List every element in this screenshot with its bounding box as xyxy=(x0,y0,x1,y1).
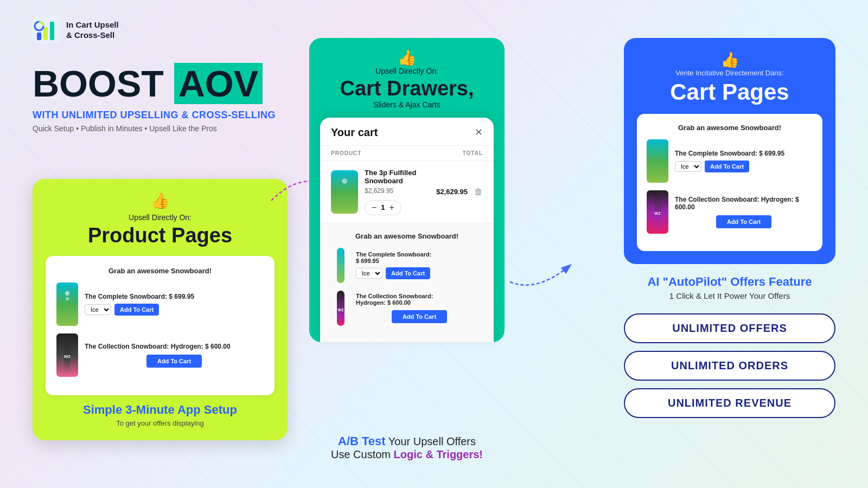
logic-part1: Use Custom xyxy=(331,448,394,460)
cart-drawer-title: Cart Drawers, xyxy=(320,78,494,100)
cart-pages-snowboard-2: WZ xyxy=(647,190,668,234)
cart-pages-inner-title: Grab an awesome Snowboard! xyxy=(647,124,813,132)
hero-quick-setup: Quick Setup • Publish in Minutes • Upsel… xyxy=(33,124,282,133)
product-name-1: The Complete Snowboard: $ 699.95 xyxy=(85,293,264,300)
upsell-item-info-2: The Collection Snowboard:Hydrogen: $ 600… xyxy=(356,293,483,323)
trash-icon[interactable]: 🗑 xyxy=(474,187,483,197)
cart-pages-add-btn-2[interactable]: Add To Cart xyxy=(716,215,771,228)
cart-upsell-title: Grab an awesome Snowboard! xyxy=(331,232,483,240)
product-name-2: The Collection Snowboard: Hydrogen: $ 60… xyxy=(85,343,264,350)
cart-table-header: PRODUCT TOTAL xyxy=(320,146,494,161)
qty-plus[interactable]: + xyxy=(390,203,394,213)
upsell-item-img-2: WZ xyxy=(331,291,350,326)
product-pages-card: 👍 Upsell Directly On: Product Pages Grab… xyxy=(33,179,288,440)
add-to-cart-btn-1[interactable]: Add To Cart xyxy=(114,304,159,316)
add-to-cart-btn-2[interactable]: Add To Cart xyxy=(146,355,202,368)
product-row-2: WZ The Collection Snowboard: Hydrogen: $… xyxy=(56,333,264,377)
product-pages-label: Upsell Directly On: xyxy=(46,213,275,222)
close-button[interactable]: ✕ xyxy=(475,126,483,138)
cart-pages-label: Vente Incitative Directement Dans: xyxy=(637,69,822,77)
autopilot-title: AI "AutoPilot" Offers Feature xyxy=(624,275,835,289)
svg-point-7 xyxy=(66,297,69,300)
right-section: 👍 Vente Incitative Directement Dans: Car… xyxy=(624,38,835,426)
cart-pages-product-info-2: The Collection Snowboard: Hydrogen: $ 60… xyxy=(675,196,813,228)
product-controls-1: Ice Add To Cart xyxy=(85,304,264,316)
cart-modal-title: Your cart xyxy=(331,126,378,139)
svg-point-6 xyxy=(65,291,69,296)
product-row-1: The Complete Snowboard: $ 699.95 Ice Add… xyxy=(56,282,264,326)
product-info-1: The Complete Snowboard: $ 699.95 Ice Add… xyxy=(85,293,264,316)
cart-pages-product-row-1: The Complete Snowboard: $ 699.95 Ice Add… xyxy=(647,139,813,183)
product-pages-inner: Grab an awesome Snowboard! The Complete … xyxy=(46,256,275,395)
cart-item-name: The 3p Fulfilled Snowboard xyxy=(365,169,430,185)
cart-pages-add-btn-1[interactable]: Add To Cart xyxy=(705,160,749,172)
svg-rect-5 xyxy=(64,282,71,326)
logic-highlight: Logic & Triggers! xyxy=(394,448,483,460)
svg-text:WZ: WZ xyxy=(64,354,71,359)
hero-title: BOOST AOV xyxy=(33,65,282,102)
svg-text:WZ: WZ xyxy=(655,211,661,215)
thumb-icon-product: 👍 xyxy=(46,192,275,210)
cart-pages-title: Cart Pages xyxy=(637,79,822,105)
cart-pages-product-row-2: WZ The Collection Snowboard: Hydrogen: $… xyxy=(647,190,813,234)
upsell-add-btn-1[interactable]: Add To Cart xyxy=(386,267,430,279)
autopilot-section: AI "AutoPilot" Offers Feature 1 Click & … xyxy=(624,275,835,300)
upsell-add-btn-2[interactable]: Add To Cart xyxy=(392,310,447,323)
svg-point-11 xyxy=(342,178,347,184)
qty-minus[interactable]: − xyxy=(372,203,376,213)
svg-text:WZ: WZ xyxy=(338,308,344,312)
snowboard-image-1 xyxy=(56,282,78,326)
cart-pages-snowboard-1 xyxy=(647,139,668,183)
simple-setup-title: Simple 3-Minute App Setup xyxy=(46,403,275,417)
upsell-select-1[interactable]: Ice xyxy=(356,268,382,279)
unlimited-orders-badge: UNLIMITED ORDERS xyxy=(624,351,835,381)
hero-subtitle: WITH UNLIMITED UPSELLING & CROSS-SELLING xyxy=(33,110,282,121)
svg-rect-15 xyxy=(654,139,661,183)
autopilot-subtitle: 1 Click & Let It Power Your Offers xyxy=(624,291,835,300)
ab-test-text: A/B Test Your Upsell Offers xyxy=(309,434,505,448)
product-info-2: The Collection Snowboard: Hydrogen: $ 60… xyxy=(85,343,264,368)
upsell-item-info-1: The Complete Snowboard:$ 699.95 Ice Add … xyxy=(356,251,483,279)
svg-rect-12 xyxy=(337,248,344,283)
cart-drawer-label: Upsell Directly On: xyxy=(320,67,494,75)
cart-pages-product-info-1: The Complete Snowboard: $ 699.95 Ice Add… xyxy=(675,150,813,172)
col-total: TOTAL xyxy=(463,150,483,156)
cart-modal-header: Your cart ✕ xyxy=(320,118,494,146)
col-product: PRODUCT xyxy=(331,150,361,156)
simple-setup-sub: To get your offers displaying xyxy=(46,419,275,427)
cart-item-price-small: $2,629.95 xyxy=(365,187,430,195)
unlimited-revenue-badge: UNLIMITED REVENUE xyxy=(624,388,835,418)
cart-pages-inner: Grab an awesome Snowboard! The Complete … xyxy=(637,114,822,251)
bottom-center: A/B Test Your Upsell Offers Use Custom L… xyxy=(309,434,505,461)
cart-drawer-header: 👍 Upsell Directly On: Cart Drawers, Slid… xyxy=(320,49,494,109)
upsell-item-name-1: The Complete Snowboard:$ 699.95 xyxy=(356,251,483,264)
ab-test-highlight: A/B Test xyxy=(338,434,386,448)
thumb-icon-drawer: 👍 xyxy=(320,49,494,67)
unlimited-offers-badge: UNLIMITED OFFERS xyxy=(624,313,835,343)
cart-pages-card: 👍 Vente Incitative Directement Dans: Car… xyxy=(624,38,835,264)
cart-pages-select-1[interactable]: Ice xyxy=(675,161,701,172)
cart-item-image xyxy=(331,170,358,214)
cart-pages-header: 👍 Vente Incitative Directement Dans: Car… xyxy=(637,51,822,105)
cart-pages-product-name-2: The Collection Snowboard: Hydrogen: $ 60… xyxy=(675,196,813,211)
ab-test-rest: Your Upsell Offers xyxy=(386,435,476,447)
thumb-icon-pages: 👍 xyxy=(637,51,822,69)
ice-select-1[interactable]: Ice xyxy=(85,304,111,315)
upsell-item-1: The Complete Snowboard:$ 699.95 Ice Add … xyxy=(331,248,483,283)
snowboard-image-2: WZ xyxy=(56,333,78,377)
svg-rect-10 xyxy=(340,170,349,214)
logic-triggers-text: Use Custom Logic & Triggers! xyxy=(309,448,505,461)
cart-item-price: $2,629.95 xyxy=(436,188,468,196)
cart-drawer-subtitle: Sliders & Ajax Carts xyxy=(320,100,494,109)
upsell-item-controls-1: Ice Add To Cart xyxy=(356,267,483,279)
cart-pages-product-name-1: The Complete Snowboard: $ 699.95 xyxy=(675,150,813,157)
cart-item-details: The 3p Fulfilled Snowboard $2,629.95 − 1… xyxy=(365,169,430,215)
cart-pages-controls-1: Ice Add To Cart xyxy=(675,160,813,172)
product-pages-title: Product Pages xyxy=(46,224,275,247)
quantity-controls: − 1 + xyxy=(365,200,401,215)
center-section: 👍 Upsell Directly On: Cart Drawers, Slid… xyxy=(309,38,505,342)
cart-drawer-card: 👍 Upsell Directly On: Cart Drawers, Slid… xyxy=(309,38,505,342)
arrow-center-to-right xyxy=(505,249,575,293)
cart-item-row: The 3p Fulfilled Snowboard $2,629.95 − 1… xyxy=(320,161,494,223)
qty-number: 1 xyxy=(381,203,385,211)
